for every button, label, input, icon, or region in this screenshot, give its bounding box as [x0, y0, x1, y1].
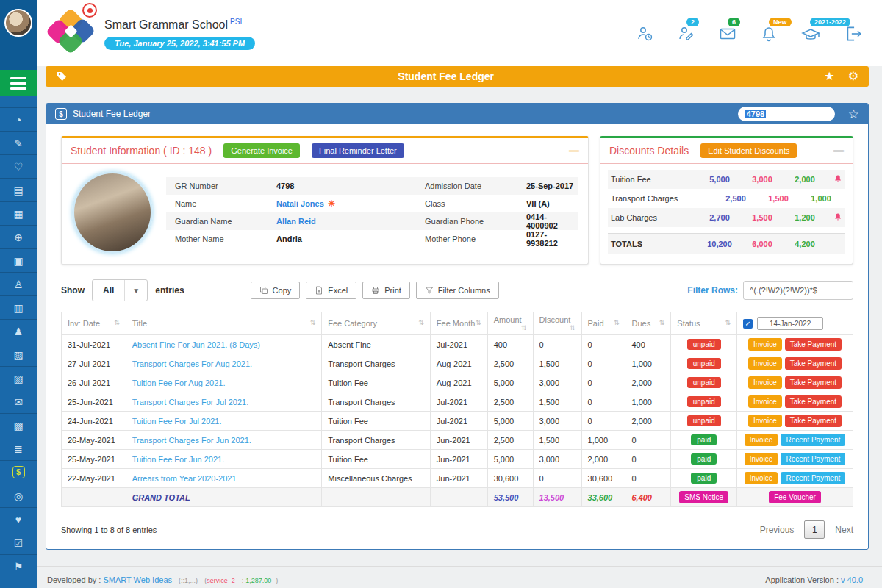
print-button[interactable]: Print	[362, 282, 410, 299]
col-status[interactable]: Status⇅	[671, 312, 737, 335]
sidebar-item[interactable]: ≣	[0, 437, 37, 461]
sidebar-item[interactable]: ♟	[0, 320, 37, 343]
col-dues[interactable]: Dues⇅	[625, 312, 671, 335]
reminder-bell-icon[interactable]	[826, 212, 842, 223]
cell-actions: InvoiceRecent Payment	[737, 450, 853, 469]
fee-title-link[interactable]: Transport Charges For Jul 2021.	[132, 398, 249, 406]
ledger-search-input[interactable]: 4798	[738, 107, 835, 121]
payment-action-button[interactable]: Take Payment	[785, 357, 842, 370]
user-edit-icon[interactable]: 2	[678, 25, 695, 43]
invoice-button[interactable]: Invoice	[748, 395, 782, 408]
sidebar-item[interactable]: $	[0, 461, 37, 484]
cell-status: unpaid	[671, 412, 737, 431]
next-page-button[interactable]: Next	[835, 525, 853, 535]
logout-icon[interactable]	[844, 24, 863, 43]
sidebar-item[interactable]: ▧	[0, 343, 37, 367]
sidebar-item[interactable]: ▣	[0, 249, 37, 273]
date-filter-checkbox[interactable]: ✓	[743, 319, 753, 329]
page-number-button[interactable]: 1	[804, 520, 825, 539]
excel-button[interactable]: Excel	[306, 282, 356, 299]
grand-total-paid: 33,600	[581, 488, 625, 507]
sidebar-item[interactable]: ♥	[0, 508, 37, 531]
bell-icon[interactable]: New	[760, 25, 778, 43]
reminder-bell-icon[interactable]	[826, 174, 842, 184]
mail-icon[interactable]: 6	[719, 25, 736, 43]
field-value-text[interactable]: Natali Jones	[276, 199, 324, 208]
invoice-button[interactable]: Invoice	[748, 415, 782, 427]
edit-student-discounts-button[interactable]: Edit Student Discounts	[700, 143, 797, 158]
fee-title-link[interactable]: Transport Charges For Jun 2021.	[132, 436, 251, 445]
collapse-discounts-card-button[interactable]: —	[833, 145, 844, 157]
final-reminder-letter-button[interactable]: Final Reminder Letter	[312, 143, 404, 158]
collapse-student-card-button[interactable]: —	[569, 145, 579, 157]
field-value-text[interactable]: Allan Reid	[276, 217, 316, 226]
page-length-select[interactable]: All ▼	[92, 279, 148, 301]
payment-action-button[interactable]: Recent Payment	[781, 434, 845, 446]
sidebar-item[interactable]: ♡	[0, 155, 37, 179]
copy-icon	[259, 286, 268, 295]
cell-inv-date: 26-Jul-2021	[62, 373, 126, 392]
payment-action-button[interactable]: Recent Payment	[781, 472, 845, 484]
col-title[interactable]: Title⇅	[126, 312, 322, 335]
sidebar-item[interactable]: ◔	[0, 108, 37, 132]
sidebar-item[interactable]: ▤	[0, 179, 37, 202]
sidebar-item[interactable]: ☑	[0, 531, 37, 555]
sidebar-item[interactable]: ▨	[0, 367, 37, 390]
panel-body: Student Information ( ID : 148 ) Generat…	[46, 124, 868, 549]
col-discount[interactable]: Discount⇅	[533, 312, 581, 335]
fee-title-link[interactable]: Arrears from Year 2020-2021	[132, 474, 237, 483]
generate-invoice-button[interactable]: Generate Invoice	[223, 143, 300, 158]
fee-title-link[interactable]: Transport Charges For Aug 2021.	[132, 359, 252, 368]
sidebar-item[interactable]: ⚑	[0, 555, 37, 578]
payment-action-button[interactable]: Take Payment	[785, 395, 842, 408]
cell-fee-category: Absent Fine	[322, 335, 431, 354]
menu-toggle-button[interactable]	[0, 70, 37, 96]
favorite-star-icon[interactable]: ★	[824, 71, 834, 82]
filter-rows-input[interactable]	[743, 281, 853, 300]
field-label: Guardian Phone	[416, 217, 526, 226]
graduation-cap-icon[interactable]: 2021-2022	[801, 25, 820, 43]
sidebar-item[interactable]: ▦	[0, 202, 37, 226]
field-value-text[interactable]: Andria	[276, 234, 302, 243]
date-filter-input[interactable]	[757, 317, 823, 330]
sidebar-item[interactable]: ◎	[0, 484, 37, 508]
fee-title-link[interactable]: Absent Fine For Jun 2021. (8 Days)	[132, 340, 260, 349]
col-inv-date[interactable]: Inv: Date⇅	[62, 312, 126, 335]
invoice-button[interactable]: Invoice	[745, 472, 778, 484]
fee-title-link[interactable]: Tuition Fee For Jun 2021.	[132, 455, 225, 464]
sidebar-item[interactable]: ✎	[0, 132, 37, 155]
sidebar-item[interactable]: ▩	[0, 414, 37, 437]
user-avatar[interactable]	[4, 9, 32, 37]
col-fee-category[interactable]: Fee Category⇅	[322, 312, 431, 335]
payment-action-button[interactable]: Take Payment	[785, 338, 842, 351]
col-amount[interactable]: Amount⇅	[487, 312, 533, 335]
invoice-button[interactable]: Invoice	[745, 434, 778, 446]
invoice-button[interactable]: Invoice	[748, 376, 782, 389]
col-fee-month[interactable]: Fee Month⇅	[430, 312, 487, 335]
user-clock-icon[interactable]	[637, 25, 654, 43]
invoice-button[interactable]: Invoice	[748, 357, 782, 370]
cell-fee-category: Tuition Fee	[322, 373, 431, 392]
grand-total-discount: 13,500	[533, 488, 581, 507]
col-paid[interactable]: Paid⇅	[581, 312, 625, 335]
sms-notice-button[interactable]: SMS Notice	[679, 491, 728, 503]
sidebar-item[interactable]: ✉	[0, 390, 37, 414]
sidebar-item[interactable]: ▥	[0, 296, 37, 320]
invoice-button[interactable]: Invoice	[748, 338, 782, 351]
previous-page-button[interactable]: Previous	[760, 525, 795, 535]
panel-star-icon[interactable]: ☆	[848, 107, 859, 122]
fee-title-link[interactable]: Tuition Fee For Aug 2021.	[132, 379, 226, 387]
field-value-text[interactable]: 4798	[276, 182, 294, 190]
payment-action-button[interactable]: Recent Payment	[781, 453, 845, 465]
payment-action-button[interactable]: Take Payment	[785, 415, 842, 427]
filter-columns-button[interactable]: Filter Columns	[416, 282, 499, 299]
settings-gears-icon[interactable]: ⚙	[848, 71, 858, 82]
sidebar-item[interactable]: ⊕	[0, 226, 37, 249]
developer-link[interactable]: SMART Web Ideas	[103, 576, 172, 584]
payment-action-button[interactable]: Take Payment	[785, 376, 842, 389]
fee-title-link[interactable]: Tuition Fee For Jul 2021.	[132, 417, 222, 426]
copy-button[interactable]: Copy	[251, 282, 301, 299]
sidebar-item[interactable]: ♙	[0, 273, 37, 296]
fee-voucher-button[interactable]: Fee Voucher	[769, 491, 821, 503]
invoice-button[interactable]: Invoice	[745, 453, 778, 465]
